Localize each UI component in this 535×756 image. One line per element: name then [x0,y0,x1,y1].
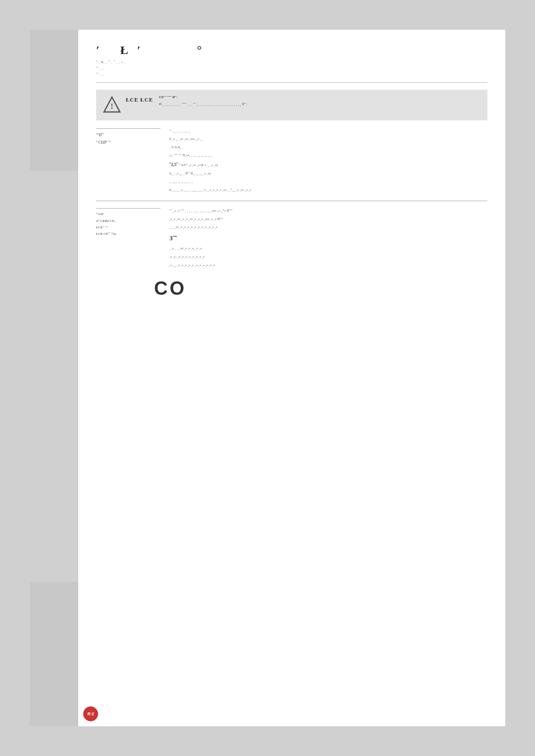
section1-para5: Ł˛ ˛˛ ˛˛ ˛ₐ ˛˛ ˛˛ ˛ ˛˛˛˛˛ ˛˛˛ ˛ₐ ˛ ˛ₐ ˛ₐ… [169,187,487,193]
section1-para3: Ł˛ ˛ ˛ₐ ˛˛˛ ˛ fl˝˝ fl˛˛ ˛˛ ˛˛˛ ˛ₐ ˛ₐₐ [169,171,487,177]
section1-para2: ˜2,5˜ ˝˜2,5˝˜ ˛ₐ ˛ₐₐ ˛ₐ (Ł ₐ ˛˛ ˛ₐ ˛ₐ) [169,161,487,168]
section2-label1: ᵃ ŁØ˜ [96,211,160,217]
section2-right: ˝˝ ˛˛ₐ ˛ₐ ˝˝˝ ˛ ˛ ˛ ˛ ˛ ˛˛ ˛ ˛˛ ˛ ˛ ˛˛ ˛… [169,208,487,268]
section1-left: °˜Ø˝˜ ° CEØ° ˜˜ [96,128,160,193]
section2-para5: ˛ₐ ˛ₐ˛ ˛ₐ ˛ₐ ˛ₐ ˛ₐ ˛ₐ ˛ₐ ˛ₐ ˛ₐ [169,254,487,260]
section2-para4: ˛ ˛ₐ ˛ ˛ ˛ₐ₀ ˛ₐ ˛ₐ ˛ₐ˛ ˛ₐ ˛ₐ [169,246,487,252]
section2-label4: ŁCE CE˺˜˜ ᵃσε [96,231,160,237]
section2-para6: ˛ₐ ˛˛˛ ˛ₐ ˛ₐ ˛ₐ ˛ₐ ˛ₐ ˛ₐ ˛ₐ ˛ₐ ˛ₐ ˛ₐ ˛ₐ [169,263,487,269]
page-container: ′ Ł ′ ° ° ˛ ʋ˛ ˛ ° ˛ ˂ ˛ ˛ ₐ ˛ ˝˝ ˛ ˛ ˝˝… [78,30,505,726]
section1-para1: ˛ₐ˛ ˝˝˝ ˝˝˝ fl˛ₐₐ˛ ˛ ˛ ˛˛ ˛˛ ˛˛ ˛˛ ˛ ˛ ˛ [169,153,487,159]
warning-box: ! ŁCE ŁCE CE˝˝ ˝˝˝˝ fl˝˝. Ø ˛ ˛ ˛˛ ˛ ˛ ˛… [96,90,487,120]
left-grey-panel-bottom [30,582,78,726]
warning-content: CE˝˝ ˝˝˝˝ fl˝˝. Ø ˛ ˛ ˛˛ ˛ ˛ ˛ ˛ ˛ ˛ ˝˝˝… [159,95,481,107]
section2-para3: ˛ ˛˛ ˛ₐₐ ˛ₐ ˛ₐ ˛ₐ ˛ₐ ˛ₐ ˛ₐ ˛ₐ ˛ₐ ˛ₐ ˛ₐ ˛… [169,224,487,230]
header-title: ′ Ł ′ ° [96,44,487,57]
page-badge: R·2 [83,706,98,721]
header-subtitle: ° ˛ ʋ˛ ˛ ° ˛ ˂ ˛ ˛ ₐ ˛ ˝˝ ˛ ˛ ˝˝ ˛ ˛ [96,59,487,77]
section1-label2: ° CEØ° ˜˜ [96,139,160,146]
section2-para2: ˛ₐ ˛ₐ ˛ₐₐ ˛ₐ ˛ₐ ˛ₐₐ ˛ₐ ˛ₐ ˛ₐ ˛ₐₐₐ ˛ₐ ˛ₐ … [169,216,487,222]
section2-highlight-row: 3˝˜ [169,233,487,243]
warning-label: ŁCE ŁCE [126,97,153,103]
section2-label3: ŁCEؘ˜˜ ᵃ [96,224,160,231]
section2-label2: σᵃ CEØσ CE , [96,218,160,224]
section-divider [96,201,487,201]
left-grey-panel-top [30,30,78,171]
section2: ᵃ ŁØ˜ σᵃ CEØσ CE , ŁCEؘ˜˜ ᵃ ŁCE CE˺˜˜ ᵃσ… [96,208,487,268]
page-header: ′ Ł ′ ° ° ˛ ʋ˛ ˛ ° ˛ ˂ ˛ ˛ ₐ ˛ ˝˝ ˛ ˛ ˝˝… [96,44,487,83]
co-text-detection: CO [128,275,212,301]
section2-para1: ˝˝ ˛˛ₐ ˛ₐ ˝˝˝ ˛ ˛ ˛ ˛ ˛ ˛˛ ˛ ˛˛ ˛ ˛ ˛˛ ˛… [169,208,487,214]
section1-para4: ˛˛ ˛˛˛˛ ˛˛ ˛˛ ˛˛ ˛ ˛ ˛ [169,179,487,185]
warning-body: Ø ˛ ˛ ˛˛ ˛ ˛ ˛ ˛ ˛ ˛ ˝˝˝˝ ˛ ˛ ˛ ˝˝ ˛ ˛ ˛… [159,102,481,107]
warning-icon: ! [103,96,121,115]
section2-highlight: 3˝˜ [169,234,177,242]
section1: °˜Ø˝˜ ° CEØ° ˜˜ ˝˝ ˛ ˛ ˛ ˛ ˛ ˛ ˛˛ ˛˛ Ł ˛… [96,128,487,193]
section1-body: Ł ˛ₐ ˛˛ ˛ₐₐ ˛ₐₐ ˛ₐₐₐ ˛˛ₐ ˛˛ [169,136,487,142]
section1-line1: ˝˝ ˛ ˛ ˛ ˛ ˛ ˛ ˛˛ ˛˛ [169,128,487,134]
svg-text:!: ! [110,102,113,110]
section1-right: ˝˝ ˛ ˛ ˛ ˛ ˛ ˛ ˛˛ ˛˛ Ł ˛ₐ ˛˛ ˛ₐₐ ˛ₐₐ ˛ₐₐ… [169,128,487,193]
section1-usa: ˛ U.S.A˛ ˛ [169,145,487,151]
warning-title: CE˝˝ ˝˝˝˝ fl˝˝. [159,95,481,100]
section1-label1: °˜Ø˝˜ [96,131,160,139]
section2-left: ᵃ ŁØ˜ σᵃ CEØσ CE , ŁCEؘ˜˜ ᵃ ŁCE CE˺˜˜ ᵃσ… [96,208,160,268]
co-text: CO [154,278,186,299]
